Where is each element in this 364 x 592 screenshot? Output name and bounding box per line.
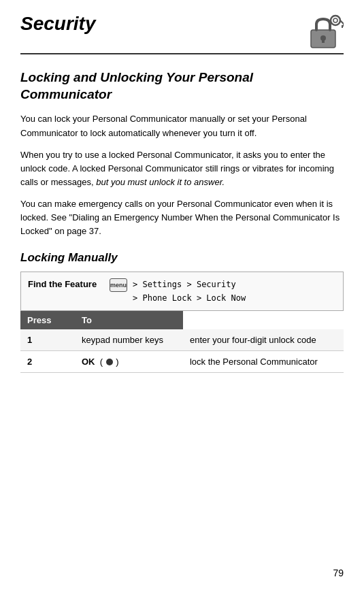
col-press: Press: [20, 311, 75, 329]
row2-press: OK ( ): [75, 350, 183, 372]
ok-key-paren-close: ): [116, 357, 118, 367]
paragraph-3: You can make emergency calls on your Per…: [20, 197, 344, 238]
sub-section-title: Locking Manually: [20, 251, 344, 265]
ok-key-paren-open: (: [97, 357, 103, 367]
table-row-2: 2 OK ( ) lock the Personal Communicator: [20, 350, 344, 372]
row1-press: keypad number keys: [75, 329, 183, 351]
bullet-circle-icon: [106, 359, 113, 365]
col-to: To: [75, 311, 183, 329]
find-feature-label: Find the Feature: [28, 278, 110, 289]
paragraph-1: You can lock your Personal Communicator …: [20, 112, 344, 139]
row1-to: enter your four-digit unlock code: [183, 329, 344, 351]
path-line2: > Phone Lock > Lock Now: [133, 293, 246, 303]
table-row: 1 keypad number keys enter your four-dig…: [20, 329, 344, 351]
italic-text: but you must unlock it to answer.: [96, 177, 225, 187]
paragraph-2: When you try to use a locked Personal Co…: [20, 148, 344, 189]
main-section-title: Locking and Unlocking Your Personal Comm…: [20, 69, 344, 103]
table-header-row: Press To: [20, 311, 344, 329]
row2-to: lock the Personal Communicator: [183, 350, 344, 372]
row1-number: 1: [20, 329, 75, 351]
menu-icon: menu: [110, 278, 127, 292]
svg-rect-2: [322, 39, 325, 43]
ok-key-label: OK: [82, 357, 95, 367]
page-title: Security: [20, 14, 96, 35]
find-feature-box: Find the Feature menu > Settings > Secur…: [20, 272, 344, 311]
find-feature-content: menu > Settings > Security > Phone Lock …: [110, 278, 246, 305]
svg-point-3: [331, 16, 340, 25]
instruction-table: Press To 1 keypad number keys enter your…: [20, 311, 344, 373]
find-feature-path: > Settings > Security > Phone Lock > Loc…: [133, 278, 246, 305]
lock-icon: [304, 14, 344, 49]
path-line1: > Settings > Security: [133, 280, 236, 289]
page-container: Security Locking and Unlocking Your Pers…: [0, 0, 364, 592]
row2-number: 2: [20, 350, 75, 372]
page-header: Security: [20, 14, 344, 54]
svg-point-4: [333, 18, 337, 22]
page-number: 79: [333, 568, 344, 578]
